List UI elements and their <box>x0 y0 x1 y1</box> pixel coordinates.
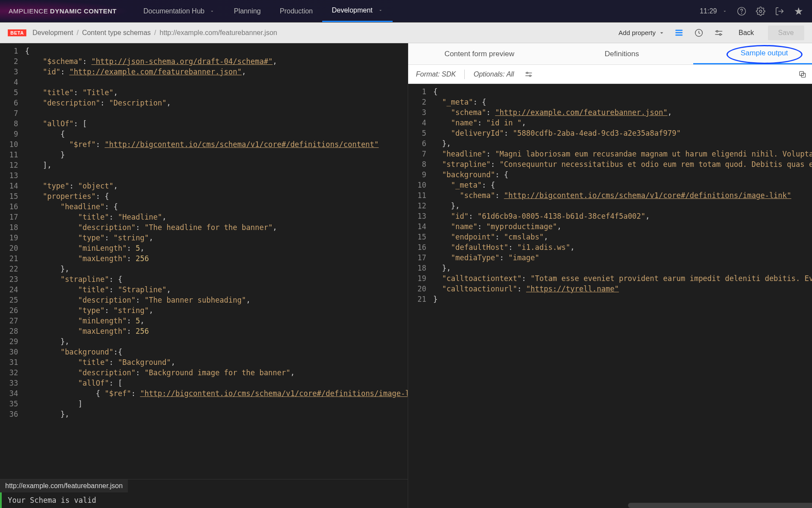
code-line[interactable]: "description": "The headline for the ban… <box>23 222 408 233</box>
line-number: 18 <box>3 222 18 233</box>
code-line[interactable]: }, <box>23 336 408 347</box>
help-icon[interactable] <box>737 6 746 16</box>
code-line[interactable]: ] <box>23 399 408 409</box>
code-line[interactable]: "schema": "http://example.com/featureban… <box>431 107 812 118</box>
code-line[interactable]: "endpoint": "cmslabs", <box>431 232 812 242</box>
code-line[interactable]: "strapline": "Consequuntur necessitatibu… <box>431 159 812 169</box>
code-line[interactable]: "type": "object", <box>23 181 408 191</box>
code-line[interactable]: "name": "id in ", <box>431 118 812 128</box>
code-line[interactable]: }, <box>23 409 408 419</box>
json-punct: , <box>171 358 175 367</box>
code-line[interactable]: "description": "Background image for the… <box>23 367 408 378</box>
code-line[interactable]: "deliveryId": "5880cdfb-2aba-4ead-9cd3-a… <box>431 128 812 138</box>
tab-content-form-preview[interactable]: Content form preview <box>408 43 551 64</box>
code-line[interactable]: } <box>23 150 408 160</box>
time-display[interactable]: 11:29 <box>700 7 727 15</box>
code-line[interactable]: "maxLength": 256 <box>23 253 408 264</box>
code-line[interactable]: "name": "myproductimage", <box>431 221 812 232</box>
indent <box>433 253 451 262</box>
code-line[interactable]: "description": "Description", <box>23 98 408 108</box>
json-key: "mediaType" <box>451 253 500 262</box>
copy-icon[interactable] <box>796 68 809 80</box>
back-button[interactable]: Back <box>733 26 760 40</box>
code-line[interactable]: "schema": "http://bigcontent.io/cms/sche… <box>431 190 812 201</box>
save-button[interactable]: Save <box>768 26 804 40</box>
code-line[interactable] <box>23 108 408 118</box>
history-icon[interactable] <box>693 27 705 39</box>
code-line[interactable]: "type": "string", <box>23 233 408 243</box>
code-line[interactable]: "allOf": [ <box>23 378 408 388</box>
nav-tab-planning[interactable]: Planning <box>224 0 270 22</box>
code-line[interactable]: { <box>23 129 408 139</box>
nav-tab-development[interactable]: Development <box>322 0 392 22</box>
code-line[interactable]: "title": "Headline", <box>23 212 408 222</box>
code-line[interactable]: }, <box>431 201 812 211</box>
code-line[interactable]: ], <box>23 160 408 170</box>
nav-tab-documentation-hub[interactable]: Documentation Hub <box>134 0 224 22</box>
tab-label: Definitions <box>605 50 639 58</box>
code-line[interactable]: { <box>431 86 812 97</box>
code-line[interactable]: "strapline": { <box>23 274 408 284</box>
code-line[interactable]: "_meta": { <box>431 180 812 190</box>
tab-sample-output[interactable]: Sample output <box>693 43 812 64</box>
code-line[interactable]: "id": "61d6cb9a-0805-4138-b61d-38cef4f5a… <box>431 211 812 221</box>
code-line[interactable]: "maxLength": 256 <box>23 326 408 336</box>
code-line[interactable] <box>23 77 408 87</box>
star-icon[interactable] <box>794 6 803 16</box>
code-line[interactable]: { <box>23 46 408 56</box>
code-line[interactable]: "calltoactiontext": "Totam esse eveniet … <box>431 273 812 284</box>
code-line[interactable]: }, <box>431 138 812 149</box>
left-code-content[interactable]: { "$schema": "http://json-schema.org/dra… <box>23 43 408 479</box>
code-line[interactable]: "background":{ <box>23 347 408 357</box>
line-number: 10 <box>412 180 426 190</box>
json-punct: : <box>60 67 69 76</box>
schema-code-editor[interactable]: 1234567891011121314151617181920212223242… <box>0 43 408 479</box>
code-line[interactable]: "title": "Strapline", <box>23 284 408 295</box>
json-key: "deliveryId" <box>451 129 504 137</box>
code-line[interactable]: "$ref": "http://bigcontent.io/cms/schema… <box>23 139 408 150</box>
code-line[interactable]: }, <box>431 263 812 273</box>
code-line[interactable]: "type": "string", <box>23 305 408 316</box>
code-line[interactable]: "$schema": "http://json-schema.org/draft… <box>23 56 408 67</box>
validation-tab[interactable]: http://example.com/featurebanner.json <box>0 479 128 492</box>
indent <box>433 160 442 169</box>
exit-icon[interactable] <box>775 6 784 16</box>
options-sliders-icon[interactable] <box>523 68 535 80</box>
json-punct: : <box>127 254 135 263</box>
add-property-dropdown[interactable]: Add property <box>619 29 665 36</box>
code-line[interactable]: "background": { <box>431 169 812 180</box>
sample-output-editor[interactable]: 123456789101112131415161718192021 { "_me… <box>408 84 812 508</box>
code-line[interactable] <box>23 170 408 181</box>
code-line[interactable]: "mediaType": "image" <box>431 252 812 263</box>
settings-gear-icon[interactable] <box>756 6 765 16</box>
nav-tab-production[interactable]: Production <box>270 0 323 22</box>
code-line[interactable]: { "$ref": "http://bigcontent.io/cms/sche… <box>23 388 408 399</box>
code-line[interactable]: "calltoactionurl": "https://tyrell.name" <box>431 284 812 294</box>
format-icon[interactable] <box>673 27 685 39</box>
code-line[interactable]: "properties": { <box>23 191 408 201</box>
line-number: 9 <box>3 129 18 139</box>
code-line[interactable]: }, <box>23 264 408 274</box>
tab-definitions[interactable]: Definitions <box>551 43 693 64</box>
chevron-down-icon <box>209 9 215 14</box>
code-line[interactable]: "defaultHost": "i1.adis.ws", <box>431 242 812 252</box>
horizontal-scrollbar[interactable] <box>628 503 812 508</box>
breadcrumb-development[interactable]: Development <box>32 29 73 37</box>
code-line[interactable]: "allOf": [ <box>23 118 408 129</box>
json-punct: ] <box>78 399 82 408</box>
code-line[interactable]: "minLength": 5, <box>23 316 408 326</box>
code-line[interactable]: "_meta": { <box>431 97 812 107</box>
code-line[interactable]: "title": "Background", <box>23 357 408 367</box>
code-line[interactable]: "headline": "Magni laboriosam eum recusa… <box>431 149 812 159</box>
json-punct: , <box>273 223 277 232</box>
json-key: "name" <box>451 118 477 127</box>
code-line[interactable]: "description": "The banner subheading", <box>23 295 408 305</box>
code-line[interactable]: "minLength": 5, <box>23 243 408 253</box>
breadcrumb-schemas[interactable]: Content type schemas <box>82 29 151 37</box>
sliders-icon[interactable] <box>713 27 725 39</box>
right-code-content[interactable]: { "_meta": { "schema": "http://example.c… <box>431 84 812 508</box>
code-line[interactable]: "headline": { <box>23 201 408 212</box>
code-line[interactable]: "id": "http://example.com/featurebanner.… <box>23 67 408 77</box>
code-line[interactable]: } <box>431 294 812 304</box>
code-line[interactable]: "title": "Title", <box>23 87 408 98</box>
